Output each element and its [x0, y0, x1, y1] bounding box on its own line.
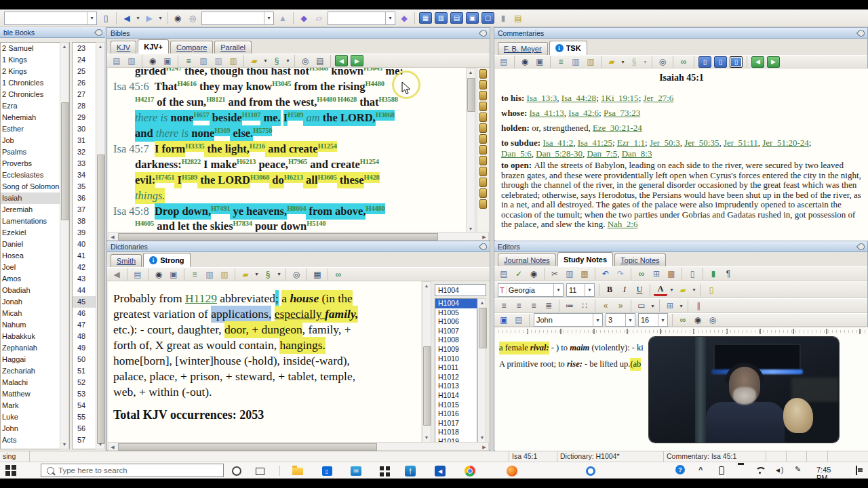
module-info-icon[interactable]: i	[149, 256, 157, 264]
font-color-icon[interactable]: A	[654, 283, 667, 296]
strong-number[interactable]: H2822	[182, 158, 201, 165]
dictionary-entry-item[interactable]: H1005	[435, 308, 477, 318]
dictionary-entry-item[interactable]: H1015	[435, 401, 477, 410]
bible-book-item[interactable]: Habakkuk	[1, 331, 69, 342]
sync-icon[interactable]: ∞	[677, 56, 690, 68]
dictionary-entry-item[interactable]: H1017	[435, 419, 477, 428]
back-icon[interactable]: ◀	[110, 268, 123, 281]
redo-icon[interactable]: ↷	[614, 268, 627, 281]
start-button[interactable]	[5, 465, 17, 476]
pin-icon[interactable]	[856, 242, 866, 251]
module-info-icon[interactable]: i	[555, 44, 564, 52]
strong-number[interactable]: H369	[214, 125, 230, 136]
action-center-icon[interactable]	[856, 466, 857, 475]
window-commentary-icon[interactable]: ▯	[714, 56, 727, 68]
strong-number[interactable]: H3045	[272, 80, 291, 87]
bible-book-item[interactable]: Daniel	[1, 239, 69, 250]
justify-icon[interactable]: ≣	[542, 300, 555, 312]
scroll-down-icon[interactable]: ▼	[478, 434, 486, 442]
strongs-icon[interactable]: §	[270, 54, 283, 67]
strong-number[interactable]: H5140	[307, 220, 326, 227]
search-doc-icon[interactable]: ▣	[167, 268, 180, 281]
print-preview-icon[interactable]: ▥	[125, 54, 138, 67]
font-family-combo[interactable]: TGeorgia▾	[498, 283, 564, 297]
verse-list-icon[interactable]: ≡	[188, 268, 201, 281]
bible-book-item[interactable]: Matthew	[1, 388, 69, 400]
dictionary-entry-item[interactable]: H1004	[435, 299, 477, 308]
dictionary-entry-item[interactable]: H1014	[435, 391, 477, 401]
highlighter-icon[interactable]: ▰	[239, 268, 252, 281]
dictionary-entry-item[interactable]: H1008	[435, 336, 477, 345]
copy-plus-icon[interactable]: ▥	[226, 54, 240, 67]
bible-book-item[interactable]: 1 Chronicles	[1, 77, 69, 89]
italic-icon[interactable]: I	[618, 283, 631, 296]
zoom-icon[interactable]: ◎	[290, 268, 303, 281]
next-book-icon[interactable]: ▶	[351, 55, 363, 66]
scripture-link[interactable]: Nah_2:6	[608, 219, 638, 229]
bible-book-item[interactable]: Nehemiah	[1, 112, 69, 123]
sticky-note-icon[interactable]: ▯	[705, 283, 718, 296]
zoom-icon[interactable]: ◎	[656, 56, 669, 68]
dictionary-tab[interactable]: iStrong	[143, 253, 190, 267]
print-icon[interactable]: ▤	[131, 268, 144, 281]
bible-book-item[interactable]: Ezra	[1, 100, 69, 112]
scroll-up-icon[interactable]: ▲	[96, 43, 104, 51]
strong-number[interactable]: H6213	[237, 158, 256, 165]
align-center-icon[interactable]: ≡	[512, 300, 526, 312]
print-icon[interactable]: ▤	[512, 314, 526, 327]
bible-book-item[interactable]: 1 Kings	[1, 54, 69, 66]
zoom-icon[interactable]: ◎	[298, 54, 312, 67]
dictionary-entry-item[interactable]: H1018	[435, 428, 477, 437]
strong-number[interactable]: H3588	[379, 96, 398, 103]
scroll-thumb[interactable]	[423, 346, 431, 426]
bible-tab[interactable]: Parallel	[214, 41, 252, 54]
insert-image-icon[interactable]: ▩	[665, 268, 678, 281]
bible-book-item[interactable]: Nahum	[1, 319, 69, 331]
combo-arrow-icon[interactable]: ▾	[553, 284, 563, 296]
ring-app-icon[interactable]	[583, 464, 598, 478]
verse-bookmark-icon[interactable]	[479, 145, 487, 155]
dictionary-entry-item[interactable]: H1007	[435, 327, 477, 336]
search-combo[interactable]: ▾	[201, 12, 274, 25]
highlighter-caret[interactable]: ▾	[262, 54, 269, 67]
chapter-combo[interactable]: 3▾	[606, 313, 635, 327]
highlight-apply-icon[interactable]: ◆	[397, 12, 411, 24]
table-caret[interactable]: ▾	[678, 300, 684, 312]
scripture-link[interactable]: Dan_5:6	[501, 148, 532, 159]
back-history-caret[interactable]: ▾	[135, 12, 141, 24]
strong-number[interactable]: H7834	[233, 220, 252, 227]
highlighter-icon[interactable]: ▰	[605, 56, 618, 68]
bible-book-item[interactable]: Amos	[1, 273, 69, 285]
strong-number[interactable]: H3068	[250, 172, 269, 183]
combo-arrow-icon[interactable]: ▾	[593, 314, 602, 326]
scroll-up-icon[interactable]: ▲	[60, 43, 68, 51]
reference-combo[interactable]: ▾	[4, 12, 97, 25]
dictionary-entry-item[interactable]: H1013	[435, 382, 477, 391]
verse-bookmark-icon[interactable]	[479, 199, 487, 209]
book-combo[interactable]: John▾	[534, 313, 603, 327]
commentary-text-area[interactable]: Isaiah 45:1 to his: Isa_13:3, Isa_44:28;…	[495, 68, 868, 241]
search-icon[interactable]: ◉	[146, 54, 159, 67]
strong-number[interactable]: H428	[364, 172, 380, 183]
dictionary-entry-item[interactable]: H1010	[435, 354, 477, 364]
insert-link-icon[interactable]: ∞	[676, 314, 690, 327]
scripture-link[interactable]: H1129	[185, 291, 217, 305]
strong-number[interactable]: H247	[166, 68, 182, 72]
bible-book-item[interactable]: Acts	[1, 434, 69, 446]
editor-tab[interactable]: Topic Notes	[614, 253, 665, 266]
highlighter-caret[interactable]: ▾	[254, 268, 260, 281]
verse-bookmark-icon[interactable]	[479, 123, 487, 133]
dictionary-scrollbar[interactable]: ▲ ▼	[422, 281, 431, 443]
bible-book-item[interactable]: Hosea	[1, 250, 69, 262]
underline-icon[interactable]: U	[633, 283, 646, 296]
strong-number[interactable]: H1107	[242, 110, 261, 121]
dictionary-hscrollbar[interactable]: ◀ ▶	[108, 442, 489, 451]
zoom-icon[interactable]: ◎	[706, 314, 719, 327]
help-tray-icon[interactable]: ?	[675, 465, 685, 474]
bible-book-item[interactable]: 2 Samuel	[1, 43, 69, 54]
highlight-color-caret[interactable]: ▾	[691, 283, 697, 296]
strong-number[interactable]: H3068	[376, 110, 395, 121]
bible-book-item[interactable]: Song of Solomon	[1, 181, 69, 192]
copy-icon[interactable]: ▥	[563, 268, 576, 281]
search-icon[interactable]: ◉	[152, 268, 165, 281]
